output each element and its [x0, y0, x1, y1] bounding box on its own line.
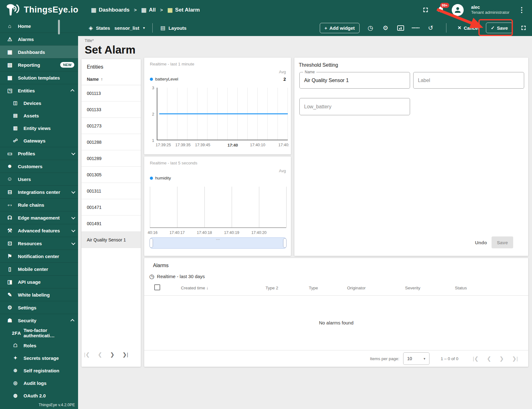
sidebar-item-notification-center[interactable]: ⚑Notification center [0, 250, 78, 262]
sidebar-item-dashboards[interactable]: ▦Dashboards [0, 45, 78, 58]
cancel-button[interactable]: ✕ Cancel [458, 25, 479, 31]
entity-row[interactable]: 001471 [82, 199, 141, 215]
sidebar-item-entities[interactable]: ◳Entities [0, 84, 78, 97]
sidebar-item-oauth[interactable]: ◍OAuth 2.0 [0, 389, 78, 402]
first-page-icon[interactable]: |❮ [84, 351, 90, 358]
sidebar-item-integrations-center[interactable]: ⊟Integrations center [0, 185, 78, 198]
sidebar-item-audit-logs[interactable]: ◎Audit logs [0, 377, 78, 389]
sidebar-item-settings[interactable]: ⚙Settings [0, 301, 78, 314]
chart-plot-area[interactable] [157, 88, 288, 140]
label-field[interactable]: Label [413, 72, 524, 89]
user-info[interactable]: alec Tenant administrator [471, 4, 509, 15]
entity-aliases-icon[interactable] [397, 24, 405, 32]
chart-legend[interactable]: batteryLevel [150, 77, 178, 81]
undo-button[interactable]: Undo [472, 238, 490, 247]
kebab-menu-icon[interactable]: ⋮ [517, 6, 526, 14]
entity-row[interactable]: 001273 [82, 118, 141, 134]
column-status[interactable]: Status [455, 286, 467, 290]
first-page-icon[interactable]: |❮ [473, 355, 479, 362]
chart-plot-area[interactable] [150, 187, 286, 228]
sidebar-item-edge-management[interactable]: ☊Edge management [0, 211, 78, 224]
sidebar-item-rule-chains[interactable]: ‹·›Rule chains [0, 198, 78, 211]
sidebar-item-assets[interactable]: ▤Assets [0, 109, 78, 122]
slider-grip-icon[interactable]: ••• [216, 238, 220, 241]
sidebar-item-advanced-features[interactable]: ⚒Advanced features [0, 224, 78, 237]
chevron-down-icon [71, 228, 76, 232]
column-severity[interactable]: Severity [405, 286, 420, 290]
sidebar-item-solution-templates[interactable]: ▩Solution templates [0, 71, 78, 84]
filters-icon[interactable] [412, 24, 420, 32]
save-button[interactable]: ✓ Save [486, 23, 513, 33]
fullscreen-icon[interactable] [519, 24, 528, 32]
entity-row[interactable]: 001133 [82, 101, 141, 118]
entity-row[interactable]: 001311 [82, 183, 141, 199]
next-page-icon[interactable]: ❯ [110, 351, 114, 358]
chevron-down-icon[interactable]: ▾ [143, 26, 145, 30]
breadcrumb-all[interactable]: ▦ All [141, 7, 156, 13]
sidebar-item-self-registration[interactable]: ⊕Self registration [0, 364, 78, 377]
column-type2[interactable]: Type 2 [266, 286, 278, 290]
breadcrumb-dashboards[interactable]: ▦ Dashboards [91, 7, 129, 13]
sidebar-item-alarms[interactable]: ⚠Alarms [0, 33, 78, 45]
sidebar-item-security[interactable]: ☗Security [0, 314, 78, 327]
sidebar-item-mobile-center[interactable]: ▯Mobile center [0, 262, 78, 275]
chart-legend[interactable]: humidity [150, 176, 171, 180]
fullscreen-icon[interactable] [422, 6, 430, 14]
entity-row-selected[interactable]: Air Quality Sensor 1 [82, 232, 141, 248]
notifications-bell[interactable]: 99+ [437, 6, 444, 14]
last-page-icon[interactable]: ❯| [122, 351, 128, 358]
name-field[interactable]: Name Air Quality Sensor 1 [299, 72, 410, 89]
sidebar-item-api-usage[interactable]: ◨API usage [0, 275, 78, 288]
app-logo[interactable]: ThingsEye.io [6, 3, 78, 17]
label-field-placeholder: Label [418, 78, 430, 83]
column-created-time[interactable]: Created time ↓ [181, 286, 208, 290]
entities-name-column-header[interactable]: Name ↑ [82, 70, 141, 85]
threshold-save-button[interactable]: Save [492, 236, 513, 248]
timewindow-icon[interactable]: ◷ [366, 24, 375, 32]
entity-row[interactable]: 001288 [82, 134, 141, 150]
layouts-button[interactable]: Layouts [168, 25, 187, 31]
sidebar-item-customers[interactable]: ☻Customers [0, 160, 78, 173]
sidebar-item-reporting[interactable]: ▧ReportingNEW [0, 58, 78, 71]
last-page-icon[interactable]: ❯| [512, 355, 518, 362]
sidebar-item-users[interactable]: ☺Users [0, 173, 78, 185]
battery-level-chart-widget[interactable]: Realtime - last 1 minute Avg batteryLeve… [144, 58, 291, 154]
sidebar-item-gateways[interactable]: ☍Gateways [0, 134, 78, 147]
sidebar-item-two-factor[interactable]: 2FATwo-factor authenticati… [0, 327, 78, 339]
items-per-page-select[interactable]: 10 ▾ [403, 352, 429, 365]
entity-row[interactable]: 001113 [82, 85, 141, 101]
version-history-icon[interactable]: ↺ [427, 24, 435, 32]
select-all-checkbox[interactable] [154, 284, 160, 290]
sidebar-item-entity-views[interactable]: ▥Entity views [0, 122, 78, 134]
state-select[interactable]: sensor_list [114, 25, 139, 31]
key-icon: ✦ [12, 355, 19, 361]
entity-row[interactable]: 001305 [82, 167, 141, 183]
page-title[interactable]: Set Alarm [85, 44, 135, 56]
sidebar-item-resources[interactable]: ⊡Resources [0, 237, 78, 250]
breadcrumb-set-alarm[interactable]: ▦ Set Alarm [167, 7, 200, 13]
next-page-icon[interactable]: ❯ [499, 355, 504, 362]
time-range-slider[interactable]: ••• [150, 237, 286, 249]
slider-left-handle[interactable] [150, 238, 153, 248]
flag-icon: ⚑ [6, 253, 13, 260]
entity-row[interactable]: 001289 [82, 150, 141, 167]
column-originator[interactable]: Originator [347, 286, 366, 290]
avatar[interactable] [452, 4, 464, 16]
sidebar-item-white-labeling[interactable]: ✎White labeling [0, 288, 78, 301]
sidebar-scrollbar[interactable] [58, 20, 60, 34]
alarms-timewindow[interactable]: ◷ Realtime - last 30 days [144, 268, 528, 280]
column-type[interactable]: Type [309, 286, 318, 290]
sidebar-item-home[interactable]: ⌂Home [0, 20, 78, 33]
sidebar-item-secrets-storage[interactable]: ✦Secrets storage [0, 352, 78, 364]
dashboard-settings-icon[interactable]: ⚙ [382, 24, 390, 32]
humidity-chart-widget[interactable]: Realtime - last 5 seconds Avg humidity 4… [144, 157, 291, 256]
sidebar-item-roles[interactable]: ☖Roles [0, 339, 78, 352]
sidebar-item-profiles[interactable]: ▭Profiles [0, 147, 78, 160]
prev-page-icon[interactable]: ❮ [98, 351, 102, 358]
sidebar-item-devices[interactable]: ◫Devices [0, 97, 78, 109]
alarm-type-field[interactable]: Low_battery [299, 98, 410, 115]
entity-row[interactable]: 001491 [82, 215, 141, 232]
prev-page-icon[interactable]: ❮ [487, 355, 491, 362]
slider-right-handle[interactable] [283, 238, 287, 248]
add-widget-button[interactable]: + Add widget [320, 23, 360, 33]
